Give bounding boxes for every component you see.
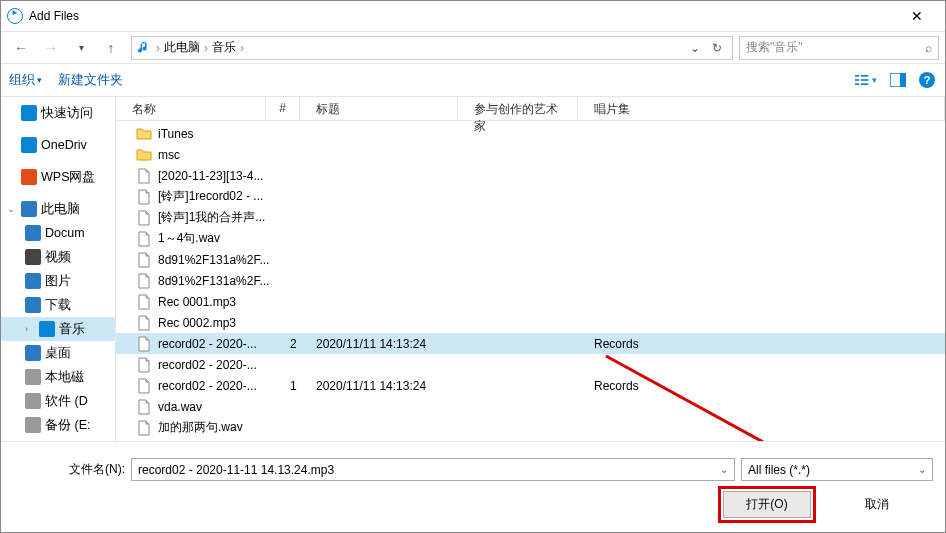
bottom-bar: 文件名(N): record02 - 2020-11-11 14.13.24.m… (1, 441, 945, 532)
sidebar-item-software[interactable]: 软件 (D (1, 389, 115, 413)
file-list: iTunesmsc[2020-11-23][13-4...[铃声]1record… (116, 121, 945, 441)
refresh-button[interactable]: ↻ (706, 41, 728, 55)
doc-icon (25, 225, 41, 241)
sidebar-item-label: 本地磁 (45, 369, 84, 386)
desk-icon (25, 345, 41, 361)
search-placeholder: 搜索"音乐" (746, 39, 803, 56)
sidebar-item-label: 软件 (D (45, 393, 88, 410)
crumb-music[interactable]: 音乐 (208, 39, 240, 56)
file-name: Rec 0002.mp3 (158, 316, 282, 330)
close-button[interactable]: ✕ (894, 1, 939, 31)
col-artist[interactable]: 参与创作的艺术家 (458, 97, 578, 120)
file-track-num: 1 (282, 379, 316, 393)
sidebar-item-desktop[interactable]: 桌面 (1, 341, 115, 365)
help-button[interactable]: ? (919, 72, 935, 88)
file-row[interactable]: 8d91%2F131a%2F... (116, 270, 945, 291)
file-icon (136, 357, 152, 373)
sidebar-item-label: 视频 (45, 249, 71, 266)
folder-icon (136, 126, 152, 142)
sidebar-item-label: 备份 (E: (45, 417, 90, 434)
toolbar: 组织 ▾ 新建文件夹 ▾ ? (1, 64, 945, 97)
file-icon (136, 168, 152, 184)
file-title: 2020/11/11 14:13:24 (316, 337, 474, 351)
sidebar-item-onedrive[interactable]: OneDriv (1, 133, 115, 157)
view-options-button[interactable]: ▾ (855, 69, 877, 91)
sidebar-item-wps[interactable]: WPS网盘 (1, 165, 115, 189)
col-title[interactable]: 标题 (300, 97, 458, 120)
window-title: Add Files (29, 9, 79, 23)
forward-button[interactable]: → (37, 35, 65, 61)
crumb-sep: › (240, 41, 244, 55)
file-icon (136, 210, 152, 226)
file-row[interactable]: record02 - 2020-... (116, 354, 945, 375)
file-icon (136, 252, 152, 268)
col-name[interactable]: 名称 (116, 97, 266, 120)
col-num[interactable]: # (266, 97, 300, 120)
new-folder-button[interactable]: 新建文件夹 (50, 71, 131, 89)
crumb-pc[interactable]: 此电脑 (160, 39, 204, 56)
file-row[interactable]: 加的那两句.wav (116, 417, 945, 438)
cloud-icon (21, 137, 37, 153)
open-button[interactable]: 打开(O) (723, 491, 811, 518)
address-bar[interactable]: › 此电脑 › 音乐 › ⌄ ↻ (131, 36, 733, 60)
address-dropdown[interactable]: ⌄ (684, 41, 706, 55)
chevron-down-icon: ⌄ (918, 464, 926, 475)
disk-icon (25, 393, 41, 409)
folder-row[interactable]: msc (116, 144, 945, 165)
search-input[interactable]: 搜索"音乐" ⌕ (739, 36, 939, 60)
file-title: 2020/11/11 14:13:24 (316, 379, 474, 393)
chevron-down-icon: ⌄ (720, 464, 728, 475)
col-album[interactable]: 唱片集 (578, 97, 945, 120)
cancel-button[interactable]: 取消 (833, 491, 921, 518)
organize-button[interactable]: 组织 ▾ (1, 71, 50, 89)
file-name: msc (158, 148, 282, 162)
file-row[interactable]: Rec 0001.mp3 (116, 291, 945, 312)
sidebar-item-backup[interactable]: 备份 (E: (1, 413, 115, 437)
svg-rect-4 (861, 79, 869, 81)
app-icon (7, 8, 23, 24)
file-row[interactable]: record02 - 2020-...22020/11/11 14:13:24R… (116, 333, 945, 354)
sidebar: 快速访问OneDrivWPS网盘⌄此电脑Docum视频图片下载›音乐桌面本地磁软… (1, 97, 116, 441)
sidebar-item-downloads[interactable]: 下载 (1, 293, 115, 317)
column-header: 名称 # 标题 参与创作的艺术家 唱片集 (116, 97, 945, 121)
folder-row[interactable]: iTunes (116, 123, 945, 144)
main-pane: 名称 # 标题 参与创作的艺术家 唱片集 iTunesmsc[2020-11-2… (116, 97, 945, 441)
filename-input[interactable]: record02 - 2020-11-11 14.13.24.mp3 ⌄ (131, 458, 735, 481)
sidebar-item-quick-access[interactable]: 快速访问 (1, 101, 115, 125)
file-name: record02 - 2020-... (158, 379, 282, 393)
file-row[interactable]: Rec 0002.mp3 (116, 312, 945, 333)
file-row[interactable]: [铃声]1我的合并声... (116, 207, 945, 228)
back-button[interactable]: ← (7, 35, 35, 61)
disk-icon (25, 369, 41, 385)
file-type-filter[interactable]: All files (*.*) ⌄ (741, 458, 933, 481)
folder-icon (136, 147, 152, 163)
file-row[interactable]: 8d91%2F131a%2F... (116, 249, 945, 270)
file-name: 1～4句.wav (158, 230, 282, 247)
up-button[interactable]: ↑ (97, 35, 125, 61)
vid-icon (25, 249, 41, 265)
sidebar-item-this-pc[interactable]: ⌄此电脑 (1, 197, 115, 221)
sidebar-item-pictures[interactable]: 图片 (1, 269, 115, 293)
titlebar: Add Files ✕ (1, 1, 945, 31)
file-row[interactable]: 1～4句.wav (116, 228, 945, 249)
sidebar-item-label: 快速访问 (41, 105, 93, 122)
disk-icon (25, 417, 41, 433)
file-row[interactable]: [铃声]1record02 - ... (116, 186, 945, 207)
chevron-down-icon: ▾ (872, 75, 877, 85)
file-icon (136, 294, 152, 310)
sidebar-item-videos[interactable]: 视频 (1, 245, 115, 269)
preview-pane-button[interactable] (887, 69, 909, 91)
sidebar-item-local-disk[interactable]: 本地磁 (1, 365, 115, 389)
history-dropdown[interactable]: ▾ (67, 35, 95, 61)
sidebar-item-documents[interactable]: Docum (1, 221, 115, 245)
file-row[interactable]: vda.wav (116, 396, 945, 417)
file-name: 8d91%2F131a%2F... (158, 274, 282, 288)
file-row[interactable]: record02 - 2020-...12020/11/11 14:13:24R… (116, 375, 945, 396)
sidebar-item-label: 音乐 (59, 321, 85, 338)
file-name: 8d91%2F131a%2F... (158, 253, 282, 267)
sidebar-item-music[interactable]: ›音乐 (1, 317, 115, 341)
chevron-icon: › (25, 324, 35, 334)
file-row[interactable]: [2020-11-23][13-4... (116, 165, 945, 186)
svg-rect-7 (900, 73, 906, 87)
file-name: record02 - 2020-... (158, 358, 282, 372)
